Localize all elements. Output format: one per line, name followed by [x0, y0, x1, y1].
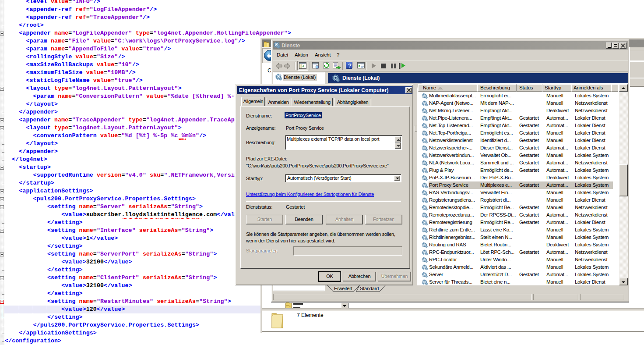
- svg-text:Standard: Standard: [360, 286, 379, 291]
- svg-text:Erweitert: Erweitert: [334, 286, 352, 291]
